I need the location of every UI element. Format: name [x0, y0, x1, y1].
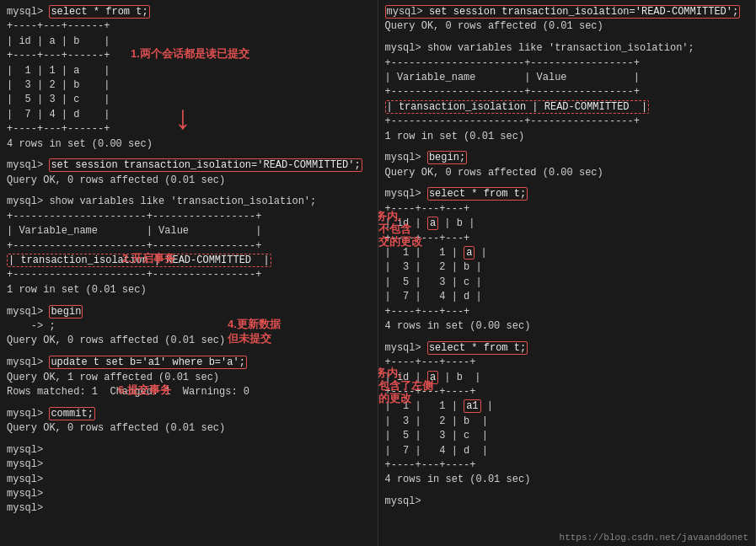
terminal-line: | Variable_name | Value | — [385, 71, 749, 85]
terminal-line: mysql> — [7, 458, 371, 472]
terminal-line: +----+---+------+ — [7, 19, 371, 34]
terminal-line: mysql> begin; — [385, 151, 749, 165]
terminal-line: | 3 | 2 | b | — [385, 415, 749, 429]
terminal-line: | 5 | 3 | c | — [385, 429, 749, 443]
terminal-line: +----+---+----+ — [385, 356, 749, 370]
terminal-line: +----+---+---+ — [385, 232, 749, 246]
terminal-line — [385, 144, 749, 151]
ann6: 6.提交事务 — [118, 383, 171, 398]
terminal-line: 1 row in set (0.01 sec) — [7, 283, 371, 297]
terminal-line: 4 rows in set (0.00 sec) — [7, 137, 371, 152]
terminal-line: +----+---+---+ — [385, 305, 749, 319]
left-panel: mysql> select * from t;+----+---+------+… — [0, 0, 378, 546]
terminal-line: mysql> update t set b='a1' where b='a'; — [7, 356, 371, 370]
terminal-line: | 3 | 2 | b | — [385, 260, 749, 275]
terminal-line: mysql> select * from t; — [385, 187, 749, 201]
terminal-line: | 1 | 1 | a1 | — [385, 399, 749, 414]
terminal-line: +----------------------+----------------… — [385, 56, 749, 71]
terminal-line: Rows matched: 1 Changed: 1 Warnings: 0 — [7, 385, 371, 399]
terminal-line — [7, 436, 371, 443]
terminal-line: mysql> — [7, 443, 371, 458]
terminal-line: mysql> — [7, 501, 371, 516]
terminal-line — [385, 180, 749, 187]
terminal-line: mysql> — [385, 495, 749, 509]
terminal-line: mysql> — [7, 487, 371, 501]
terminal-line — [7, 349, 371, 356]
terminal-line: mysql> select * from t; — [385, 341, 749, 356]
terminal-line: | Variable_name | Value | — [7, 224, 371, 238]
terminal-line — [7, 152, 371, 158]
terminal-line: +----+---+----+ — [385, 458, 749, 473]
terminal-line: mysql> set session transaction_isolation… — [385, 5, 749, 19]
right-panel: mysql> set session transaction_isolation… — [378, 0, 757, 546]
terminal-line: Query OK, 1 row affected (0.01 sec) — [7, 371, 371, 385]
terminal-line: | 1 | 1 | a | — [7, 64, 371, 78]
terminal-line — [385, 488, 749, 495]
terminal-line: +----------------------+----------------… — [7, 268, 371, 282]
terminal-line: 4 rows in set (0.01 sec) — [385, 473, 749, 487]
terminal-line: mysql> select * from t; — [7, 5, 371, 19]
terminal-line: | 7 | 4 | d | — [385, 290, 749, 304]
right-terminal: mysql> set session transaction_isolation… — [385, 5, 749, 509]
ann5c: 左侧会话未提交的更改 — [378, 234, 422, 249]
terminal-line: +----------------------+----------------… — [385, 115, 749, 129]
terminal-line: mysql> set session transaction_isolation… — [7, 158, 371, 173]
terminal-line: +----------------------+----------------… — [385, 85, 749, 99]
terminal-line: +----+---+---+ — [385, 202, 749, 217]
terminal-line: +----------------------+----------------… — [7, 239, 371, 254]
terminal-line: mysql> commit; — [7, 407, 371, 421]
terminal-line: mysql> begin — [7, 305, 371, 319]
terminal-line: -> ; — [7, 319, 371, 334]
ann4: 4.更新数据 — [228, 317, 281, 332]
website-url: https://blog.csdn.net/javaanddonet — [560, 533, 748, 543]
terminal-line — [7, 399, 371, 406]
terminal-line: | 5 | 3 | c | — [385, 276, 749, 290]
terminal-line: | 3 | 2 | b | — [7, 78, 371, 93]
terminal-line: +----+---+----+ — [385, 385, 749, 399]
terminal-line — [385, 334, 749, 340]
left-terminal: mysql> select * from t;+----+---+------+… — [7, 5, 371, 517]
terminal-line: | id | a | b | — [385, 217, 749, 231]
terminal-line — [385, 35, 749, 41]
terminal-line — [7, 297, 371, 304]
terminal-line: | 7 | 4 | d | — [385, 444, 749, 458]
down-arrow-icon: ↓ — [173, 101, 193, 139]
terminal-line: Query OK, 0 rows affected (0.00 sec) — [385, 166, 749, 180]
terminal-line: | id | a | b | — [385, 371, 749, 385]
terminal-line: Query OK, 0 rows affected (0.01 sec) — [7, 421, 371, 436]
terminal-line: Query OK, 0 rows affected (0.01 sec) — [385, 19, 749, 34]
terminal-line: | 1 | 1 | a | — [385, 246, 749, 260]
terminal-line — [7, 188, 371, 195]
ann7c: 会话已经提交的更改 — [378, 391, 411, 406]
terminal-line: Query OK, 0 rows affected (0.01 sec) — [7, 334, 371, 348]
terminal-line: mysql> — [7, 473, 371, 487]
terminal-line: | transaction_isolation | READ-COMMITTED… — [7, 254, 371, 268]
terminal-line: mysql> show variables like 'transaction_… — [7, 195, 371, 209]
terminal-line: 1 row in set (0.01 sec) — [385, 130, 749, 144]
ann1: 1.两个会话都是读已提交 — [131, 46, 249, 62]
terminal-line: +----------------------+----------------… — [7, 210, 371, 224]
ann4b: 但未提交 — [228, 331, 271, 346]
ann2: 2.开启事务 — [122, 251, 175, 266]
terminal-line: Query OK, 0 rows affected (0.01 sec) — [7, 174, 371, 188]
terminal-line: | transaction_isolation | READ-COMMITTED… — [385, 100, 749, 115]
terminal-line: mysql> show variables like 'transaction_… — [385, 41, 749, 56]
terminal-line: 4 rows in set (0.00 sec) — [385, 319, 749, 334]
